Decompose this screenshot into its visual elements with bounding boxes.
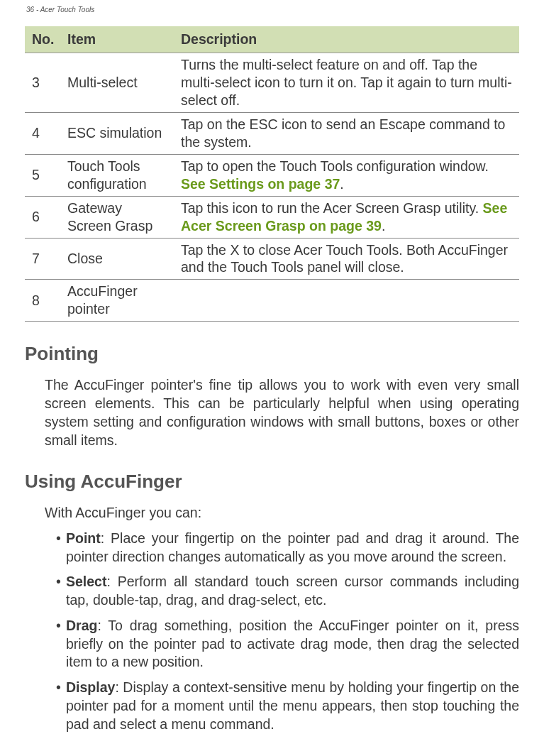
cell-no: 7 — [25, 238, 60, 280]
list-item-head: Drag — [66, 618, 97, 633]
list-item-body: : Place your fingertip on the pointer pa… — [66, 530, 519, 564]
cell-item: Gateway Screen Grasp — [60, 196, 174, 238]
cell-desc: Tap this icon to run the Acer Screen Gra… — [174, 196, 519, 238]
table-row: 7 Close Tap the X to close Acer Touch To… — [25, 238, 519, 280]
table-row: 4 ESC simulation Tap on the ESC icon to … — [25, 112, 519, 154]
section-pointing-body: The AccuFinger pointer's fine tip allows… — [45, 376, 519, 449]
cell-desc: Turns the multi-select feature on and of… — [174, 53, 519, 112]
desc-text-end: . — [340, 176, 343, 192]
heading-pointing: Pointing — [25, 343, 519, 365]
cell-desc: Tap to open the Touch Tools configuratio… — [174, 154, 519, 196]
page-header: 36 - Acer Touch Tools — [26, 6, 519, 13]
list-item: Select: Perform all standard touch scree… — [56, 573, 519, 609]
cell-no: 5 — [25, 154, 60, 196]
cell-item: ESC simulation — [60, 112, 174, 154]
desc-text: Tap on the ESC icon to send an Escape co… — [181, 116, 505, 150]
feature-table: No. Item Description 3 Multi-select Turn… — [25, 26, 519, 322]
desc-text: Turns the multi-select feature on and of… — [181, 57, 512, 108]
cell-no: 4 — [25, 112, 60, 154]
desc-text-end: . — [382, 218, 385, 234]
cell-item: Multi-select — [60, 53, 174, 112]
th-desc: Description — [174, 26, 519, 53]
cell-item: Close — [60, 238, 174, 280]
cross-ref-link[interactable]: See Settings on page 37 — [181, 176, 340, 192]
cell-desc — [174, 280, 519, 322]
desc-text: Tap to open the Touch Tools configuratio… — [181, 158, 489, 174]
table-header-row: No. Item Description — [25, 26, 519, 53]
cell-no: 6 — [25, 196, 60, 238]
table-row: 5 Touch Tools configuration Tap to open … — [25, 154, 519, 196]
list-item: Drag: To drag something, position the Ac… — [56, 617, 519, 672]
desc-text: Tap the X to close Acer Touch Tools. Bot… — [181, 242, 508, 275]
list-item-head: Select — [66, 574, 106, 589]
list-item-head: Point — [66, 530, 101, 546]
list-item-body: : Perform all standard touch screen curs… — [66, 574, 519, 608]
bullet-list: Point: Place your fingertip on the point… — [45, 530, 519, 733]
list-item: Point: Place your fingertip on the point… — [56, 530, 519, 566]
heading-using-accufinger: Using AccuFinger — [25, 471, 519, 493]
cell-desc: Tap the X to close Acer Touch Tools. Bot… — [174, 238, 519, 280]
desc-text: Tap this icon to run the Acer Screen Gra… — [181, 200, 483, 216]
cell-item: Touch Tools configuration — [60, 154, 174, 196]
table-row: 8 AccuFinger pointer — [25, 280, 519, 322]
cell-no: 3 — [25, 53, 60, 112]
table-row: 6 Gateway Screen Grasp Tap this icon to … — [25, 196, 519, 238]
list-item: Display: Display a context-sensitive men… — [56, 679, 519, 733]
cell-desc: Tap on the ESC icon to send an Escape co… — [174, 112, 519, 154]
cell-item: AccuFinger pointer — [60, 280, 174, 322]
page: 36 - Acer Touch Tools No. Item Descripti… — [0, 0, 544, 756]
cell-no: 8 — [25, 280, 60, 322]
section-using-body: With AccuFinger you can: Point: Place yo… — [45, 504, 519, 733]
list-item-body: : Display a context-sensitive menu by ho… — [66, 679, 519, 731]
list-item-head: Display — [66, 679, 115, 695]
paragraph: The AccuFinger pointer's fine tip allows… — [45, 376, 519, 449]
th-no: No. — [25, 26, 60, 53]
intro-line: With AccuFinger you can: — [45, 504, 519, 522]
table-row: 3 Multi-select Turns the multi-select fe… — [25, 53, 519, 112]
list-item-body: : To drag something, position the AccuFi… — [66, 618, 519, 669]
th-item: Item — [60, 26, 174, 53]
